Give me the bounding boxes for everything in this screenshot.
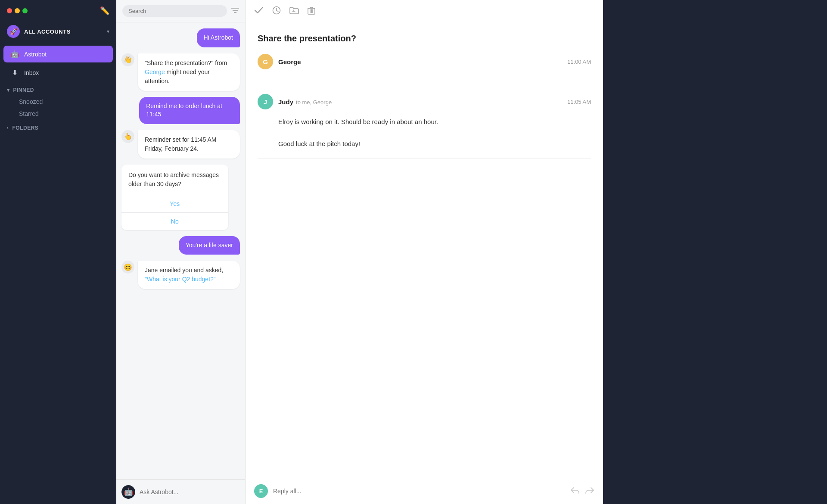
folder-icon[interactable]: [289, 6, 299, 16]
sender-row: G George 11:00 AM: [258, 54, 591, 69]
account-icon: 🚀: [7, 25, 20, 38]
minimize-button[interactable]: [15, 8, 20, 13]
no-button[interactable]: No: [121, 212, 228, 230]
list-item: 👆 Reminder set for 11:45 AM Friday, Febr…: [121, 130, 240, 159]
sender-name: Judy: [278, 98, 293, 106]
traffic-lights: [7, 8, 28, 13]
email-content: Share the presentation? G George 11:00 A…: [246, 23, 603, 478]
account-selector[interactable]: 🚀 ALL ACCOUNTS ▾: [0, 22, 116, 45]
archive-card: Do you want to archive messages older th…: [121, 165, 228, 230]
account-name: ALL ACCOUNTS: [24, 28, 71, 35]
check-icon[interactable]: [254, 6, 264, 16]
astrobot-icon: 🤖: [10, 50, 19, 58]
sidebar-item-label: Inbox: [24, 69, 39, 76]
sidebar: ✏️ 🚀 ALL ACCOUNTS ▾ 🤖 Astrobot ⬇ Inbox ▾…: [0, 0, 116, 504]
forward-icon[interactable]: [585, 486, 594, 496]
email-subject: Share the presentation?: [258, 34, 591, 44]
close-button[interactable]: [7, 8, 12, 13]
titlebar: ✏️: [0, 0, 116, 22]
trash-icon[interactable]: [308, 6, 315, 17]
chevron-down-icon: ▾: [107, 28, 109, 34]
sidebar-item-inbox[interactable]: ⬇ Inbox: [3, 64, 113, 81]
email-message-george: G George 11:00 AM: [258, 54, 591, 85]
chevron-right-icon: ›: [7, 125, 9, 131]
reply-icon[interactable]: [570, 486, 580, 496]
chat-input[interactable]: [140, 488, 240, 495]
bot-avatar: 😊: [121, 261, 134, 274]
reply-bar: E: [246, 478, 603, 504]
chat-avatar: 🤖: [121, 485, 135, 499]
sidebar-item-astrobot[interactable]: 🤖 Astrobot: [3, 46, 113, 62]
list-item: 😊 Jane emailed you and asked, "What is y…: [121, 261, 240, 289]
email-time: 11:00 AM: [567, 59, 591, 65]
sender-row: J Judy to me, George 11:05 AM: [258, 94, 591, 109]
avatar-icon: 🤖: [121, 485, 135, 499]
sender-meta: to me, George: [296, 99, 332, 106]
email-body: Elroy is working on it. Should be ready …: [258, 116, 591, 149]
svg-line-5: [277, 10, 278, 12]
chevron-right-icon: ▾: [7, 87, 10, 93]
sender-info: George: [278, 58, 301, 65]
compose-icon[interactable]: ✏️: [100, 6, 109, 16]
search-input[interactable]: [122, 5, 227, 17]
sender-info: Judy to me, George: [278, 98, 332, 106]
body-line-1: Elroy is working on it. Should be ready …: [278, 116, 591, 128]
sidebar-item-label: Astrobot: [24, 51, 47, 58]
user-message: Remind me to order lunch at 11:45: [139, 97, 240, 124]
pinned-section-header[interactable]: ▾ PINNED: [0, 82, 116, 96]
message-text: "Share the presentation?" from: [145, 59, 227, 66]
reply-avatar: E: [254, 484, 268, 498]
list-item: Remind me to order lunch at 11:45: [121, 97, 240, 124]
user-message: You're a life saver: [179, 236, 240, 255]
list-item: Hi Astrobot: [121, 28, 240, 47]
filter-icon[interactable]: [231, 7, 239, 15]
folders-section-label: FOLDERS: [12, 125, 39, 131]
message-text: Jane emailed you and asked,: [145, 267, 223, 274]
bot-message: "Share the presentation?" from George mi…: [138, 53, 240, 91]
reply-input[interactable]: [273, 488, 565, 495]
yes-button[interactable]: Yes: [121, 195, 228, 212]
archive-card-body: Do you want to archive messages older th…: [121, 165, 228, 195]
maximize-button[interactable]: [22, 8, 28, 13]
messages-list: Hi Astrobot 👋 "Share the presentation?" …: [116, 22, 245, 479]
chat-header: [116, 0, 245, 22]
folders-section-header[interactable]: › FOLDERS: [0, 120, 116, 134]
bot-avatar: 👋: [121, 53, 134, 66]
sender-name: George: [278, 58, 301, 65]
clock-icon[interactable]: [272, 6, 281, 17]
chat-panel: Hi Astrobot 👋 "Share the presentation?" …: [116, 0, 246, 504]
bot-avatar: 👆: [121, 130, 134, 143]
list-item: 👋 "Share the presentation?" from George …: [121, 53, 240, 91]
pinned-section-label: PINNED: [13, 87, 34, 93]
sender-avatar: G: [258, 54, 273, 69]
list-item: You're a life saver: [121, 236, 240, 255]
email-message-judy: J Judy to me, George 11:05 AM Elroy is w…: [258, 94, 591, 159]
body-line-2: Good luck at the pitch today!: [278, 138, 591, 149]
email-panel: Share the presentation? G George 11:00 A…: [246, 0, 603, 504]
email-link[interactable]: "What is your Q2 budget?": [145, 276, 216, 283]
chat-input-area: 🤖: [116, 479, 245, 504]
bot-message: Jane emailed you and asked, "What is you…: [138, 261, 240, 289]
sidebar-item-starred[interactable]: Starred: [0, 108, 116, 120]
email-toolbar: [246, 0, 603, 23]
user-message: Hi Astrobot: [197, 28, 240, 47]
sender-avatar: J: [258, 94, 273, 109]
sidebar-item-snoozed[interactable]: Snoozed: [0, 96, 116, 108]
sender-link[interactable]: George: [145, 68, 165, 75]
email-time: 11:05 AM: [567, 99, 591, 105]
inbox-icon: ⬇: [10, 68, 19, 77]
bot-message: Reminder set for 11:45 AM Friday, Februa…: [138, 130, 240, 159]
